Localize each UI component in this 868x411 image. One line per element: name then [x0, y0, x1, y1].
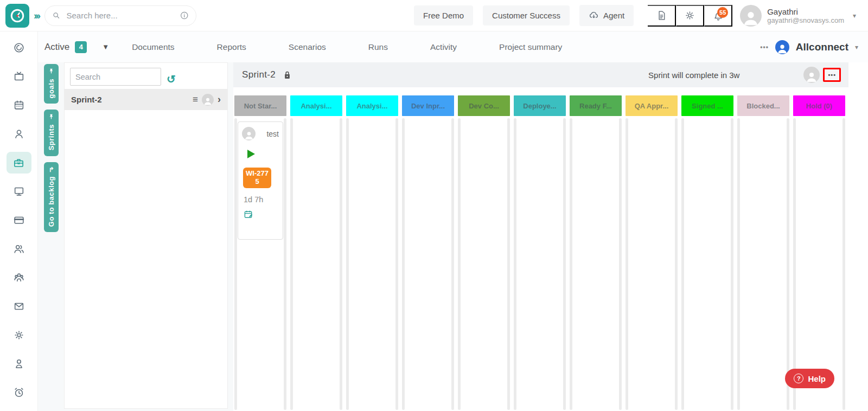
calendar-icon[interactable] — [9, 98, 29, 112]
tab-documents[interactable]: Documents — [132, 42, 174, 52]
document-icon[interactable] — [648, 5, 676, 27]
board-column-header[interactable]: Analysi... — [346, 95, 398, 116]
tab-reports[interactable]: Reports — [217, 42, 246, 52]
project-name[interactable]: Allconnect — [796, 41, 848, 53]
card-assignee-avatar[interactable] — [242, 127, 256, 140]
agent-button-label: Agent — [603, 11, 624, 20]
mail-icon[interactable] — [9, 299, 29, 313]
column-scrollbar-track — [626, 118, 628, 410]
board-column-header[interactable]: Not Star... — [234, 95, 286, 116]
tab-activity[interactable]: Activity — [430, 42, 457, 52]
column-scrollbar-track — [731, 118, 733, 410]
undo-icon[interactable]: ↺ — [167, 73, 176, 86]
board-column-body[interactable] — [681, 117, 733, 411]
active-count-badge: 4 — [75, 41, 87, 53]
tab-runs[interactable]: Runs — [368, 42, 388, 52]
active-filter-caret-icon[interactable]: ▼ — [102, 43, 109, 51]
sprint-assignee-avatar[interactable] — [202, 94, 214, 106]
clock-logo-icon — [9, 8, 25, 24]
info-icon[interactable] — [180, 10, 189, 21]
card-time-logged: 1d 7h — [244, 195, 279, 204]
app-logo[interactable] — [5, 4, 29, 28]
monitor-icon[interactable] — [9, 184, 29, 198]
column-scrollbar-track — [458, 118, 461, 410]
tab-project-summary[interactable]: Project summary — [499, 42, 562, 52]
board-column: Analysi... — [346, 95, 398, 411]
project-avatar[interactable] — [775, 40, 789, 54]
board-column-body[interactable] — [514, 117, 566, 411]
tab-goals[interactable]: goals — [44, 64, 59, 104]
board-column-header[interactable]: Deploye... — [514, 95, 566, 116]
expand-sidebar-chevrons-icon[interactable]: ››› — [34, 10, 39, 22]
tab-sprints[interactable]: Sprints — [44, 110, 59, 156]
work-item-badge[interactable]: WI-2775 — [243, 168, 271, 188]
board-column-header[interactable]: Signed ... — [681, 95, 733, 116]
global-search-input[interactable] — [66, 11, 174, 20]
tv-icon[interactable] — [9, 69, 29, 84]
column-scrollbar-track — [563, 118, 566, 410]
project-nav: Active 4 ▼ Documents Reports Scenarios R… — [38, 31, 868, 62]
settings-icon[interactable] — [9, 328, 29, 342]
team-icon[interactable] — [9, 271, 29, 285]
sprint-list-item[interactable]: Sprint-2 ≡ › — [65, 89, 227, 110]
board-assignee-avatar[interactable] — [803, 67, 820, 83]
user-menu[interactable]: Gayathri gayathri@snovasys.com — [740, 5, 844, 27]
sprint-expand-chevron-icon[interactable]: › — [218, 94, 221, 105]
briefcase-icon[interactable] — [7, 152, 31, 174]
credit-card-icon[interactable] — [9, 213, 29, 227]
column-scrollbar-track — [675, 118, 678, 410]
sprint-list-item-name: Sprint-2 — [71, 95, 102, 104]
column-scrollbar-track — [290, 118, 293, 410]
board-column-body[interactable] — [570, 117, 622, 411]
annotation-highlight-box: ••• — [823, 68, 841, 82]
project-caret-icon[interactable]: ▾ — [855, 43, 858, 51]
lock-icon[interactable] — [282, 70, 292, 80]
user-menu-caret-icon[interactable]: ▾ — [853, 12, 856, 20]
board-column: QA Appr... — [626, 95, 678, 411]
global-search[interactable] — [44, 5, 196, 26]
user-icon[interactable] — [9, 127, 29, 141]
agent-button[interactable]: Agent — [579, 5, 634, 26]
project-more-options-icon[interactable]: ••• — [760, 43, 769, 51]
board-column-body[interactable] — [290, 117, 342, 411]
board-column-header[interactable]: Analysi... — [290, 95, 342, 116]
board-column-header[interactable]: QA Appr... — [626, 95, 678, 116]
board-column-header[interactable]: Dev Inpr... — [402, 95, 454, 116]
account-icon[interactable] — [9, 357, 29, 371]
board-column-body[interactable] — [458, 117, 510, 411]
sprint-menu-icon[interactable]: ≡ — [193, 94, 198, 105]
active-filter[interactable]: Active 4 — [44, 41, 87, 53]
cloud-download-icon — [589, 10, 599, 21]
gauge-icon[interactable] — [9, 41, 29, 55]
tab-go-to-backlog[interactable]: ↱ Go to backlog — [44, 162, 59, 232]
help-button[interactable]: ? Help — [785, 369, 834, 388]
board-column-header[interactable]: Hold (0) — [793, 95, 845, 116]
board-column-body[interactable] — [402, 117, 454, 411]
notifications-bell-icon[interactable]: 55 — [704, 5, 732, 27]
start-timer-play-icon[interactable] — [247, 150, 255, 158]
free-demo-button[interactable]: Free Demo — [414, 5, 473, 25]
board-more-options-icon[interactable]: ••• — [828, 72, 836, 78]
left-icon-rail — [0, 31, 38, 411]
board-column-body[interactable] — [793, 117, 845, 411]
sprint-search-input[interactable] — [70, 68, 161, 86]
board-column: Blocked... — [737, 95, 789, 411]
board-column-header[interactable]: Dev Co... — [458, 95, 510, 116]
settings-gear-icon[interactable] — [676, 5, 704, 27]
board-column-body[interactable] — [737, 117, 789, 411]
column-scrollbar-track — [234, 118, 237, 410]
users-icon[interactable] — [9, 242, 29, 256]
board-column: Hold (0) — [793, 95, 845, 411]
tab-scenarios[interactable]: Scenarios — [289, 42, 326, 52]
alarm-clock-icon[interactable] — [9, 386, 29, 400]
board-column-body[interactable]: test WI-2775 1d 7h — [234, 117, 286, 411]
board-column-body[interactable] — [346, 117, 398, 411]
work-item-card[interactable]: test WI-2775 1d 7h — [238, 121, 283, 240]
board-column-header[interactable]: Blocked... — [737, 95, 789, 116]
board-column-header[interactable]: Ready F... — [570, 95, 622, 116]
board-column-body[interactable] — [626, 117, 678, 411]
column-scrollbar-track — [793, 118, 796, 410]
calendar-edit-icon[interactable] — [244, 209, 279, 222]
customer-success-button[interactable]: Customer Success — [483, 5, 570, 25]
active-filter-label: Active — [44, 42, 69, 53]
